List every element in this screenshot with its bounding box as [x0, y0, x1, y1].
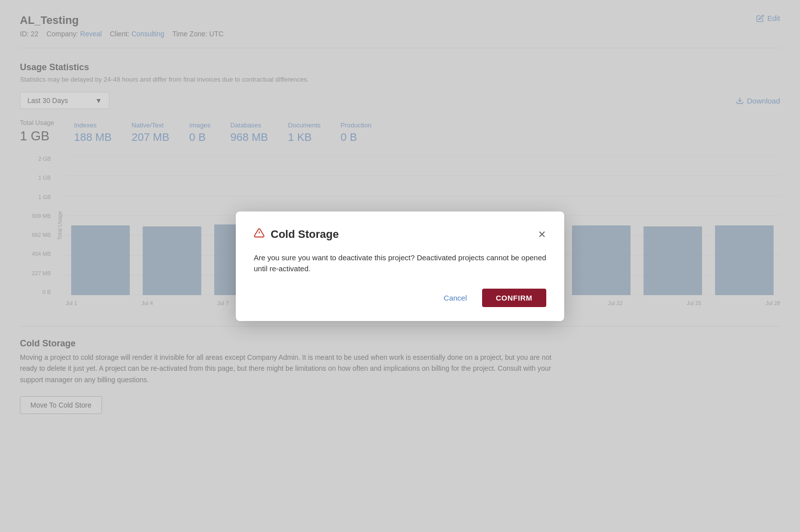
warning-icon — [254, 227, 265, 241]
modal-footer: Cancel CONFIRM — [254, 289, 546, 307]
modal-title: Cold Storage — [271, 228, 339, 241]
modal-header: Cold Storage ✕ — [254, 227, 546, 241]
cold-storage-modal: Cold Storage ✕ Are you sure you want to … — [236, 212, 564, 321]
modal-body: Are you sure you want to deactivate this… — [254, 252, 546, 275]
modal-close-button[interactable]: ✕ — [538, 229, 546, 239]
modal-overlay: Cold Storage ✕ Are you sure you want to … — [0, 0, 800, 532]
page-wrapper: AL_Testing ID: 22 Company: Reveal Client… — [0, 0, 800, 532]
confirm-button[interactable]: CONFIRM — [482, 289, 547, 307]
cancel-button[interactable]: Cancel — [437, 290, 474, 306]
close-icon: ✕ — [538, 229, 546, 240]
modal-title-row: Cold Storage — [254, 227, 339, 241]
